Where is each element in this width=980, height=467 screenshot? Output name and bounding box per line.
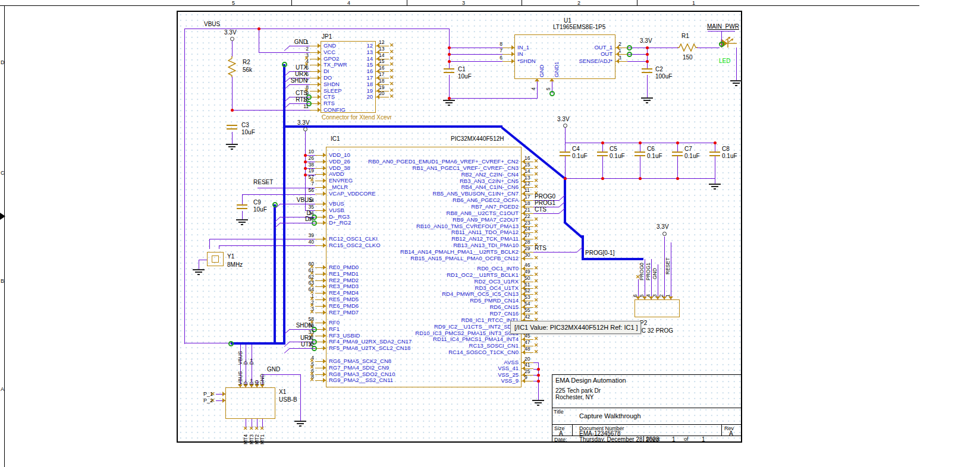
wire-segment[interactable] xyxy=(533,252,577,253)
cap-value[interactable]: 0.1uF xyxy=(647,153,662,159)
x1-value[interactable]: USB-B xyxy=(279,397,297,403)
power-symbol-3v3[interactable] xyxy=(303,127,307,131)
c2-ref[interactable]: C2 xyxy=(655,67,663,72)
ic1-value[interactable]: PIC32MX440F512H xyxy=(451,136,504,142)
wire-segment[interactable] xyxy=(715,178,715,184)
wire-segment[interactable] xyxy=(677,156,678,178)
c1-ref[interactable]: C1 xyxy=(458,67,466,72)
titleblock-title[interactable]: Capture Walkthrough xyxy=(579,412,641,419)
r1-ref[interactable]: R1 xyxy=(681,33,689,39)
cap-value[interactable]: 0.1uF xyxy=(610,153,625,159)
ground-symbol[interactable] xyxy=(294,421,306,427)
wire-segment[interactable] xyxy=(671,242,671,299)
wire-segment[interactable] xyxy=(242,194,315,195)
net-label-d+[interactable]: D+ xyxy=(291,216,313,222)
wire-segment[interactable] xyxy=(640,156,640,178)
schematic-canvas[interactable]: 5 4 3 2 1 D C B A JP1 Connector for Xten… xyxy=(0,0,980,467)
wire-segment[interactable] xyxy=(449,98,538,99)
wire-segment[interactable] xyxy=(290,348,315,349)
power-symbol-3v3[interactable] xyxy=(662,232,667,236)
resistor-r1-symbol[interactable] xyxy=(677,43,698,52)
wire-segment[interactable] xyxy=(602,156,603,178)
wire-segment[interactable] xyxy=(219,245,219,249)
net-label-urx[interactable]: URX xyxy=(291,335,313,341)
ground-symbol[interactable] xyxy=(226,144,238,150)
net-label-prog0[interactable]: PROG0 xyxy=(535,194,555,200)
cap-ref[interactable]: C8 xyxy=(722,146,730,152)
capacitor-symbol[interactable] xyxy=(709,152,720,156)
bus-segment[interactable] xyxy=(231,342,285,345)
y1-ref[interactable]: Y1 xyxy=(227,254,234,260)
net-label-3v3[interactable]: 3.3V xyxy=(657,224,669,230)
wire-segment[interactable] xyxy=(708,31,735,31)
wire-segment[interactable] xyxy=(300,374,301,421)
net-label-3v3[interactable]: 3.3V xyxy=(557,116,570,122)
c3-value[interactable]: 10uF xyxy=(241,130,255,135)
capacitor-symbol[interactable] xyxy=(444,68,454,73)
net-label-3v3[interactable]: 3.3V xyxy=(224,30,237,36)
ground-symbol[interactable] xyxy=(443,100,455,106)
cap-ref[interactable]: C4 xyxy=(572,146,580,152)
j2-value[interactable]: IC 32 PROG xyxy=(640,328,673,334)
bus-segment[interactable] xyxy=(274,204,276,345)
wire-segment[interactable] xyxy=(184,343,231,343)
capacitor-symbol[interactable] xyxy=(635,152,645,156)
wire-segment[interactable] xyxy=(242,211,243,219)
capacitor-symbol[interactable] xyxy=(642,68,652,73)
net-label-prog1[interactable]: PROG1 xyxy=(646,263,651,280)
capacitor-symbol[interactable] xyxy=(560,152,570,156)
ground-symbol[interactable] xyxy=(532,400,544,406)
wire-segment[interactable] xyxy=(199,260,199,269)
bus-segment[interactable] xyxy=(564,177,566,222)
wire-segment[interactable] xyxy=(199,260,207,260)
cap-value[interactable]: 0.1uF xyxy=(572,153,588,159)
power-symbol-3v3[interactable] xyxy=(563,124,567,128)
net-label-utx[interactable]: UTX xyxy=(291,342,313,348)
net-label-gnd-usb[interactable]: GND xyxy=(267,367,280,373)
c1-value[interactable]: 10uF xyxy=(458,74,472,80)
net-label-prog0[interactable]: PROG0 xyxy=(639,263,645,280)
cap-value[interactable]: 0.1uF xyxy=(684,153,700,159)
ground-symbol[interactable] xyxy=(709,184,721,190)
ground-symbol[interactable] xyxy=(193,269,205,276)
u1-value[interactable]: LT1965EMS8E-1P5 xyxy=(553,24,605,30)
wire-segment[interactable] xyxy=(647,75,648,97)
net-label-gnd[interactable]: GND xyxy=(652,268,658,279)
wire-segment[interactable] xyxy=(449,75,450,99)
wire-segment[interactable] xyxy=(184,29,450,29)
connector-j2-body[interactable] xyxy=(635,299,680,317)
bus-segment[interactable] xyxy=(583,258,643,260)
net-label-cts[interactable]: CTS xyxy=(535,207,546,213)
wire-segment[interactable] xyxy=(627,61,648,62)
wire-segment[interactable] xyxy=(209,239,210,249)
wire-segment[interactable] xyxy=(232,132,233,144)
wire-segment[interactable] xyxy=(280,223,315,223)
cap-value[interactable]: 0.1uF xyxy=(722,153,737,159)
capacitor-symbol[interactable] xyxy=(227,125,237,130)
r1-value[interactable]: 150 xyxy=(683,55,693,61)
cap-ref[interactable]: C7 xyxy=(684,146,692,152)
wire-segment[interactable] xyxy=(651,259,652,299)
net-label-prog1[interactable]: PROG1 xyxy=(535,200,555,206)
wire-segment[interactable] xyxy=(715,156,715,178)
c2-value[interactable]: 100uF xyxy=(655,74,672,80)
wire-segment[interactable] xyxy=(627,48,678,48)
capacitor-symbol[interactable] xyxy=(672,152,683,156)
ground-symbol[interactable] xyxy=(730,80,742,87)
wire-segment[interactable] xyxy=(697,48,720,48)
net-label-prog-bus[interactable]: PROG[0-1] xyxy=(585,250,614,256)
bus-segment[interactable] xyxy=(284,125,502,128)
wire-segment[interactable] xyxy=(565,156,566,178)
cap-ref[interactable]: C5 xyxy=(610,146,617,152)
wire-segment[interactable] xyxy=(242,194,243,204)
jp1-ref[interactable]: JP1 xyxy=(322,34,332,40)
net-label-d-[interactable]: D- xyxy=(243,359,249,365)
cap-ref[interactable]: C6 xyxy=(647,146,655,152)
ic1-ref[interactable]: IC1 xyxy=(331,136,340,142)
u1-ref[interactable]: U1 xyxy=(564,18,571,24)
net-label-shdn[interactable]: SHDN xyxy=(291,323,313,329)
wire-segment[interactable] xyxy=(219,245,315,246)
wire-segment[interactable] xyxy=(533,213,559,214)
y1-value[interactable]: 8MHz xyxy=(227,262,243,268)
capacitor-symbol[interactable] xyxy=(237,204,247,209)
